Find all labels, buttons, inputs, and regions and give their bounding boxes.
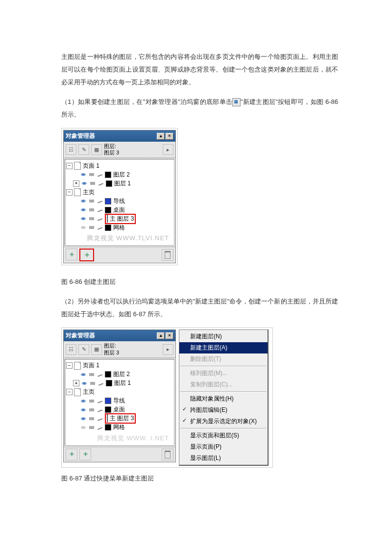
printer-icon[interactable] <box>88 407 95 413</box>
eye-icon[interactable] <box>80 225 87 230</box>
minimize-button[interactable]: ▴ <box>157 133 165 140</box>
layer-tree: −页面 1 图层 2 + 图层 1 −主页 <box>65 359 174 446</box>
pen-icon[interactable] <box>97 172 103 177</box>
close-button[interactable]: × <box>166 332 173 339</box>
intro-paragraph: 主图层是一种特殊的图层，它所包含的内容将会出现在多页文件中的每一个绘图页面上。利… <box>61 50 338 89</box>
pen-icon[interactable] <box>97 198 103 204</box>
tree-desktop[interactable]: 桌面 <box>66 205 173 214</box>
tree-master-layer3[interactable]: 主 图层 3 <box>66 414 173 423</box>
new-layer-button[interactable]: ✚ <box>66 449 77 460</box>
layer-label-bottom: 图层 3 <box>104 350 119 356</box>
menu-cross-layer-edit[interactable]: 跨图层编辑(E) <box>179 404 268 416</box>
pen-icon[interactable] <box>97 216 103 222</box>
toolbar-menu-btn[interactable]: ▸ <box>163 144 173 155</box>
menu-show-page[interactable]: 显示页面(P) <box>179 441 268 453</box>
color-swatch[interactable] <box>105 225 111 231</box>
watermark: 腾龙视觉 WWW. I.NET <box>66 432 173 443</box>
panel-titlebar: 对象管理器 ▴ × <box>64 130 175 142</box>
color-swatch[interactable] <box>106 180 112 187</box>
printer-icon[interactable] <box>88 372 95 378</box>
figure-686-caption: 图 6-86 创建主图层 <box>61 278 338 286</box>
toolbar-btn-2[interactable]: ✎ <box>78 144 89 155</box>
menu-show-page-layer[interactable]: 显示页面和图层(S) <box>179 430 268 441</box>
eye-icon[interactable] <box>80 172 87 177</box>
new-master-layer-button[interactable]: ✚ <box>79 249 94 261</box>
eye-icon[interactable] <box>80 399 87 404</box>
tree-master-layer3[interactable]: 主 图层 3 <box>66 214 173 223</box>
printer-icon[interactable] <box>88 198 95 204</box>
pen-icon[interactable] <box>98 380 104 386</box>
tree-grid[interactable]: 网格 <box>66 423 173 432</box>
pen-icon[interactable] <box>97 416 103 422</box>
pen-icon[interactable] <box>97 425 103 430</box>
step1-paragraph: （1）如果要创建主图层，在"对象管理器"泊坞窗的底部单击"新建主图层"按钮即可，… <box>61 96 338 121</box>
menu-new-layer[interactable]: 新建图层(N) <box>179 331 268 342</box>
toolbar-btn-3[interactable]: ▦ <box>91 144 102 155</box>
panel-footer: ✚ ✚ <box>64 447 175 462</box>
eye-icon[interactable] <box>80 416 87 421</box>
color-swatch[interactable] <box>105 172 111 178</box>
printer-icon[interactable] <box>88 207 95 213</box>
menu-show-layer[interactable]: 显示图层(L) <box>179 453 268 464</box>
printer-icon[interactable] <box>88 398 95 404</box>
panel-toolbar: ☷ ✎ ▦ 图层: 图层 3 ▸ <box>64 142 175 158</box>
tree-layer2[interactable]: 图层 2 <box>66 370 173 379</box>
printer-icon[interactable] <box>88 172 95 177</box>
menu-expand-selected[interactable]: 扩展为显示选定的对象(X) <box>179 416 268 427</box>
tree-grid[interactable]: 网格 <box>66 223 173 232</box>
new-master-layer-button[interactable]: ✚ <box>79 449 91 460</box>
context-menu: 新建图层(N) 新建主图层(A) 删除图层(T) 移到图层(M)... 复制到图… <box>179 329 269 466</box>
menu-separator <box>180 391 267 392</box>
tree-layer1[interactable]: + 图层 1 <box>66 179 173 188</box>
toolbar-btn-1[interactable]: ☷ <box>66 144 76 155</box>
tree-layer1[interactable]: + 图层 1 <box>66 379 173 388</box>
printer-icon[interactable] <box>88 225 95 230</box>
toolbar-btn-2[interactable]: ✎ <box>78 344 89 355</box>
pen-icon[interactable] <box>97 207 103 213</box>
pen-icon[interactable] <box>97 407 103 413</box>
close-button[interactable]: × <box>166 133 173 140</box>
eye-icon[interactable] <box>80 407 87 412</box>
color-swatch[interactable] <box>107 215 108 223</box>
toolbar-btn-3[interactable]: ▦ <box>91 344 102 355</box>
panel-titlebar: 对象管理器 ▴ × <box>64 330 175 341</box>
toolbar-menu-btn[interactable]: ▸ <box>163 344 173 355</box>
panel-toolbar: ☷ ✎ ▦ 图层: 图层 3 ▸ <box>64 341 175 357</box>
eye-icon[interactable] <box>80 216 87 221</box>
pen-icon[interactable] <box>97 372 103 378</box>
tree-page1[interactable]: −页面 1 <box>66 361 173 370</box>
printer-icon[interactable] <box>89 180 96 186</box>
color-swatch[interactable] <box>105 198 111 204</box>
delete-layer-button[interactable] <box>162 249 173 261</box>
figure-687-caption: 图 6-87 通过快捷菜单新建主图层 <box>61 474 338 483</box>
tree-master[interactable]: −主页 <box>66 188 173 197</box>
printer-icon[interactable] <box>88 425 95 430</box>
minimize-button[interactable]: ▴ <box>157 332 165 339</box>
tree-desktop[interactable]: 桌面 <box>66 405 173 414</box>
printer-icon[interactable] <box>88 416 95 422</box>
printer-icon[interactable] <box>89 380 96 386</box>
pen-icon[interactable] <box>98 180 104 186</box>
eye-icon[interactable] <box>81 181 88 186</box>
delete-layer-button[interactable] <box>162 449 173 460</box>
eye-icon[interactable] <box>80 372 87 377</box>
toolbar-btn-1[interactable]: ☷ <box>66 344 76 355</box>
tree-master[interactable]: −主页 <box>66 388 173 397</box>
color-swatch[interactable] <box>105 207 111 213</box>
menu-hide-props[interactable]: 隐藏对象属性(H) <box>179 393 268 404</box>
eye-icon[interactable] <box>80 207 87 212</box>
eye-icon[interactable] <box>81 381 88 386</box>
pen-icon[interactable] <box>97 225 103 230</box>
printer-icon[interactable] <box>88 216 95 222</box>
tree-guides[interactable]: 导线 <box>66 397 173 405</box>
eye-icon[interactable] <box>80 199 87 203</box>
menu-move-to-layer: 移到图层(M)... <box>179 368 268 379</box>
tree-guides[interactable]: 导线 <box>66 197 173 205</box>
tree-layer2[interactable]: 图层 2 <box>66 170 173 179</box>
new-layer-button[interactable]: ✚ <box>66 249 77 260</box>
tree-page1[interactable]: −页面 1 <box>66 161 173 170</box>
menu-new-master-layer[interactable]: 新建主图层(A) <box>179 342 268 353</box>
layer-label-top: 图层: <box>104 343 119 349</box>
pen-icon[interactable] <box>97 398 103 404</box>
eye-icon[interactable] <box>80 425 87 430</box>
